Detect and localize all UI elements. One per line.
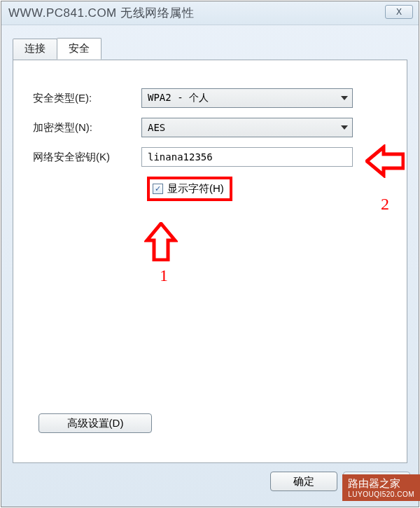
label-key: 网络安全密钥(K) xyxy=(33,151,141,164)
svg-marker-1 xyxy=(147,224,175,260)
arrow-up-icon xyxy=(144,222,178,261)
advanced-settings-button[interactable]: 高级设置(D) xyxy=(38,413,152,433)
tabs-row: 连接 安全 xyxy=(13,38,407,60)
select-encryption-value: AES xyxy=(148,122,165,133)
arrow-left-icon xyxy=(365,144,405,178)
watermark-line2: LUYOUQI520.COM xyxy=(348,490,414,498)
window-title: WWW.PC841.COM 无线网络属性 xyxy=(8,5,194,21)
tab-connect[interactable]: 连接 xyxy=(13,39,57,60)
row-encryption: 加密类型(N): AES xyxy=(33,118,393,137)
watermark-line1: 路由器之家 xyxy=(348,477,400,489)
checkbox-show-chars[interactable]: ✓ xyxy=(153,184,163,194)
annotation-number-2: 2 xyxy=(381,195,389,214)
select-security-type-value: WPA2 - 个人 xyxy=(148,92,209,104)
select-security-type[interactable]: WPA2 - 个人 xyxy=(141,88,353,108)
row-key: 网络安全密钥(K) xyxy=(33,147,393,167)
ok-label: 确定 xyxy=(293,475,314,488)
input-network-key[interactable] xyxy=(141,147,353,167)
chevron-down-icon xyxy=(341,125,348,130)
close-button[interactable]: X xyxy=(385,5,413,19)
label-encryption: 加密类型(N): xyxy=(33,121,141,135)
label-security-type: 安全类型(E): xyxy=(33,92,141,105)
annotation-arrow-1 xyxy=(144,222,178,263)
titlebar[interactable]: WWW.PC841.COM 无线网络属性 X xyxy=(1,1,419,25)
select-encryption[interactable]: AES xyxy=(141,118,353,137)
tab-security[interactable]: 安全 xyxy=(57,38,102,60)
row-show-chars: ✓ 显示字符(H) xyxy=(147,177,232,201)
chevron-down-icon xyxy=(341,96,348,100)
close-icon: X xyxy=(396,7,402,17)
advanced-settings-label: 高级设置(D) xyxy=(67,417,124,430)
tabs-container: 连接 安全 安全类型(E): WPA2 - 个人 加密类型(N): AES 网络… xyxy=(13,38,407,463)
annotation-number-1: 1 xyxy=(160,266,168,285)
row-security-type: 安全类型(E): WPA2 - 个人 xyxy=(33,88,393,108)
ok-button[interactable]: 确定 xyxy=(270,472,337,491)
svg-marker-0 xyxy=(367,147,403,175)
check-icon: ✓ xyxy=(155,184,161,193)
annotation-arrow-2 xyxy=(365,144,405,180)
dialog-window: WWW.PC841.COM 无线网络属性 X 连接 安全 安全类型(E): WP… xyxy=(1,1,419,507)
label-show-chars[interactable]: 显示字符(H) xyxy=(167,182,224,195)
watermark: 路由器之家 LUYOUQI520.COM xyxy=(342,474,420,501)
tab-panel-security: 安全类型(E): WPA2 - 个人 加密类型(N): AES 网络安全密钥(K… xyxy=(13,60,407,463)
